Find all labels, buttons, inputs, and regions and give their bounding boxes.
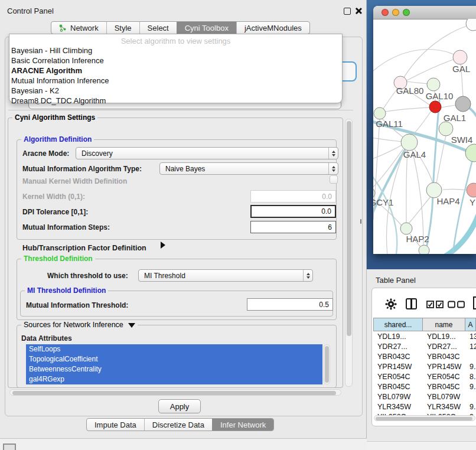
algorithm-option[interactable]: Dream8 DC_TDC Algorithm (9, 96, 342, 106)
table-row[interactable]: YDL19...YDL19...13 (373, 331, 476, 341)
network-node-gal11[interactable] (374, 107, 386, 119)
algorithm-option[interactable]: Bayesian - K2 (9, 86, 342, 96)
network-edge[interactable] (412, 151, 423, 245)
network-edge[interactable] (406, 151, 407, 223)
network-edge[interactable] (412, 111, 431, 135)
table-cell: 9. (465, 383, 476, 391)
table-cell: 9. (465, 363, 476, 371)
mi-steps-field[interactable]: 6 (250, 221, 336, 233)
table-cell: YBL079W (423, 393, 465, 401)
close-traffic-light[interactable] (382, 9, 389, 16)
table-header-cell[interactable]: A (465, 318, 476, 331)
stepper-arrows-icon (303, 270, 312, 281)
network-edge[interactable] (406, 81, 428, 84)
unchecked-columns-icon[interactable] (448, 301, 465, 309)
mi-algorithm-type-combo[interactable]: Naive Bayes (159, 162, 338, 175)
tab-cyni-toolbox[interactable]: Cyni Toolbox (177, 22, 236, 34)
network-canvas[interactable]: GALGAL80GAL10GAL1GAL11GAL4SWI4GCY1HAP4YH… (373, 19, 476, 254)
close-icon[interactable] (355, 7, 362, 14)
mi-steps-label: Mutual Information Steps: (22, 223, 110, 231)
aracne-mode-combo[interactable]: Discovery (76, 147, 338, 159)
data-attribute-item[interactable]: gal4RGexp (26, 374, 322, 384)
network-node-y[interactable] (467, 183, 476, 197)
apply-button[interactable]: Apply (158, 399, 201, 413)
network-edge[interactable] (441, 105, 455, 107)
kernel-width-field[interactable]: 0.0 (250, 190, 336, 203)
document-icon[interactable] (472, 296, 476, 310)
bottom-tabbar: Impute DataDiscretize DataInfer Network (86, 418, 274, 431)
network-node-gal1[interactable] (455, 96, 471, 112)
algorithm-dropdown-list: Bayesian - Hill ClimbingBasic Correlatio… (9, 45, 342, 106)
table-header-cell[interactable]: name (423, 318, 465, 331)
algorithm-option[interactable]: Basic Correlation Inference (9, 56, 342, 66)
network-node-gal[interactable] (453, 50, 467, 64)
network-edge[interactable] (386, 107, 429, 112)
table-row[interactable]: YLR345WYLR345W9. (373, 402, 476, 412)
table-row[interactable]: YER054CYER054C8. (373, 371, 476, 381)
table-row[interactable]: YPR145WYPR145W9. (373, 361, 476, 371)
float-panel-icon[interactable] (344, 8, 351, 15)
table-row[interactable]: YDR27...YDR27...12 (373, 341, 476, 351)
table-body: YDL19...YDL19...13YDR27...YDR27...12YBR0… (373, 331, 476, 415)
table-cell: YPR145W (423, 363, 465, 371)
collapsed-panel-icon[interactable] (3, 444, 16, 450)
table-panel-title: Table Panel (376, 276, 416, 285)
network-node[interactable] (419, 245, 429, 254)
manual-kernel-width-checkbox[interactable] (330, 175, 338, 184)
table-header-cell[interactable]: shared... (373, 318, 423, 331)
tab-style[interactable]: Style (106, 22, 139, 34)
tab-impute-data[interactable]: Impute Data (87, 419, 144, 431)
tab-network[interactable]: Network (51, 22, 106, 34)
network-edge[interactable] (373, 137, 403, 142)
network-edge[interactable] (409, 197, 431, 223)
gear-icon[interactable] (385, 298, 397, 310)
table-row[interactable]: YBL079WYBL079W (373, 392, 476, 402)
network-edge[interactable] (373, 168, 397, 254)
zoom-traffic-light[interactable] (403, 9, 410, 16)
mi-algorithm-type-label: Mutual Information Algorithm Type: (22, 165, 142, 173)
algorithm-combo-focus-fragment[interactable] (341, 61, 357, 81)
minimize-traffic-light[interactable] (392, 9, 399, 16)
dpi-tolerance-field[interactable]: 0.0 (250, 205, 336, 218)
algorithm-definition-title: Algorithm Definition (21, 135, 94, 144)
settings-scrollbar[interactable] (345, 119, 353, 387)
table-row[interactable]: YBR045CYBR045C9. (373, 381, 476, 392)
table-h-scrollbar[interactable] (374, 415, 475, 421)
network-node-swi4[interactable] (439, 122, 453, 136)
tab-discretize-data[interactable]: Discretize Data (144, 419, 212, 431)
app-root: Control Panel NetworkStyleSelectCyni Too… (0, 0, 476, 450)
settings-h-scrollbar[interactable] (9, 389, 341, 396)
network-node-hap2[interactable] (400, 223, 412, 234)
network-edge[interactable] (436, 136, 446, 183)
network-window-titlebar[interactable] (373, 6, 476, 19)
collapse-arrow-icon[interactable] (128, 323, 135, 328)
table-row[interactable]: YBR043CYBR043C (373, 351, 476, 361)
table-cell: YBL079W (373, 393, 423, 401)
data-attribute-item[interactable]: TopologicalCoefficient (26, 354, 322, 364)
tab-select[interactable]: Select (139, 22, 177, 34)
network-edge[interactable] (443, 189, 468, 190)
sources-group-title: Sources for Network Inference (21, 321, 138, 329)
split-columns-icon[interactable] (406, 298, 417, 309)
attributes-scrollbar[interactable] (324, 344, 330, 384)
data-attributes-list[interactable]: SelfLoopsTopologicalCoefficientBetweenne… (26, 344, 322, 384)
expand-arrow-icon[interactable] (161, 242, 165, 249)
network-node[interactable] (429, 101, 441, 113)
algorithm-option[interactable]: Mutual Information Inference (9, 76, 342, 86)
network-node-gal10[interactable] (427, 78, 440, 91)
algorithm-option[interactable]: Bayesian - Hill Climbing (9, 45, 342, 56)
network-node-gal4[interactable] (401, 134, 418, 151)
algorithm-option[interactable]: ARACNE Algorithm (9, 66, 342, 76)
data-attribute-item[interactable]: BetweennessCentrality (26, 364, 322, 374)
mi-threshold-field[interactable]: 0.5 (247, 298, 333, 311)
network-node[interactable] (466, 19, 476, 31)
cyni-algorithm-settings-title: Cyni Algorithm Settings (12, 113, 97, 122)
which-threshold-combo[interactable]: MI Threshold (138, 269, 313, 282)
data-attribute-item[interactable]: SelfLoops (26, 344, 322, 354)
tab-infer-network[interactable]: Infer Network (212, 419, 273, 431)
manual-kernel-width-label: Manual Kernel Width Definition (22, 177, 127, 185)
checked-columns-icon[interactable] (426, 301, 444, 309)
splitpane-grip[interactable] (360, 219, 361, 224)
tab-jactivemnodules[interactable]: jActiveMNodules (236, 22, 309, 34)
network-node[interactable] (465, 144, 476, 162)
